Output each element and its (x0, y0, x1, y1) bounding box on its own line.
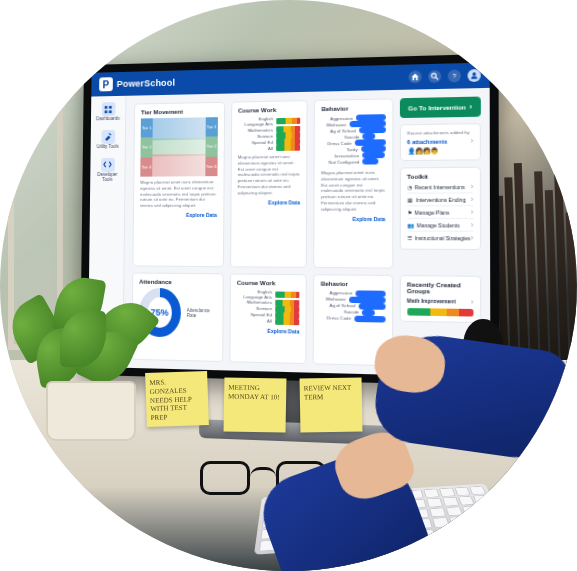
sidebar-item-label: Dashboards (96, 117, 120, 122)
card-course-work: Course Work English Language ArtsMathema… (230, 100, 308, 267)
brand-logo: P (99, 77, 113, 91)
tier-label: Tier 2 (205, 137, 217, 157)
clock-icon: ◔ (407, 184, 411, 190)
card-title: Recently Created Groups (407, 281, 474, 295)
explore-link[interactable]: Explore Data (140, 212, 217, 218)
behavior-label: Ag of School (321, 128, 356, 134)
tier-label: Tier 1 (141, 118, 153, 138)
right-column-top: Go To Intervention › Recent attachments … (399, 97, 481, 269)
coursework-row: English Language Arts (237, 288, 300, 299)
sidebar-item-dashboards[interactable]: Dashboards (93, 102, 122, 122)
chevron-right-icon: › (471, 221, 474, 228)
behavior-label: Aggression (321, 115, 353, 121)
card-behavior: Behavior AggressionMinhavoirAg of School… (313, 98, 393, 268)
coursework-label: Mathematics (237, 299, 272, 305)
avatar[interactable] (468, 69, 481, 82)
svg-text:?: ? (453, 73, 456, 80)
coursework-bar (275, 299, 300, 306)
coursework-bar (275, 306, 300, 313)
tier-left: Tier 1 Tier 2 Tier 3 (140, 118, 152, 176)
chevron-right-icon: › (471, 196, 474, 203)
behavior-bar (359, 303, 386, 310)
behavior-label: Minhavoir (321, 296, 346, 302)
svg-rect-6 (109, 110, 112, 113)
svg-rect-5 (105, 110, 108, 113)
behavior-row: Ag of School (321, 127, 385, 134)
behavior-label: Suicide (321, 134, 359, 140)
attachments-count[interactable]: 6 attachments (407, 138, 447, 145)
toolkit-item[interactable]: 👥Manage Students› (407, 218, 473, 231)
behavior-label: Suicide (321, 309, 359, 315)
behavior-bar (354, 315, 385, 322)
explore-link[interactable]: Explore Data (237, 199, 300, 205)
behavior-label: Dress Code (321, 315, 351, 321)
people-icon: 👥 (407, 222, 414, 228)
help-icon[interactable]: ? (448, 70, 461, 83)
chevron-right-icon: › (471, 208, 474, 215)
group-name[interactable]: Math Improvement (407, 297, 456, 304)
sidebar-item-label: Utility Tools (97, 145, 119, 150)
go-to-intervention-button[interactable]: Go To Intervention › (399, 97, 480, 119)
coursework-bar (276, 145, 300, 151)
tier-label: Tier 3 (205, 156, 217, 176)
behavior-label: Not Configured (321, 159, 359, 165)
behavior-label: Dress Code (321, 140, 351, 146)
home-icon[interactable] (409, 70, 422, 83)
chevron-right-icon: › (471, 183, 474, 190)
coursework-label: English Language Arts (237, 288, 272, 299)
coursework-bar (275, 312, 300, 319)
coursework-label: Special Ed (237, 312, 272, 318)
brand-name: PowerSchool (117, 78, 176, 89)
card-title: Behavior (321, 280, 386, 287)
chevron-right-icon: › (469, 103, 472, 110)
sidebar-item-developer[interactable]: Developer Tools (93, 158, 123, 183)
card-toolkit: Toolkit ◔Recent Interventions›▦Intervent… (399, 167, 481, 250)
coursework-label: Science (237, 305, 272, 311)
sidebar-item-utility[interactable]: Utility Tools (93, 130, 123, 150)
plant (6, 271, 166, 441)
attachments-note: Recent attachments added by (407, 130, 473, 136)
attendance-legend: Attendance Rate (187, 307, 217, 318)
toolkit-item[interactable]: ⚑Manage Plans› (407, 205, 473, 218)
toolkit-label: ◔Recent Interventions (407, 183, 465, 190)
chevron-right-icon: › (471, 234, 474, 241)
behavior-label: Aggression (321, 290, 353, 296)
toolkit-label: ▦Interventions Ending (407, 196, 466, 203)
grid-icon (101, 102, 115, 116)
svg-rect-4 (109, 105, 112, 108)
scene: P PowerSchool ? Dashb (0, 0, 577, 571)
coursework-label: All (238, 145, 273, 151)
search-icon[interactable] (428, 70, 441, 83)
explore-link[interactable]: Explore Data (321, 215, 385, 221)
card-course-work: Course Work English Language ArtsMathema… (229, 273, 307, 364)
attachment-avatars: 👤👩🧑👨 (407, 147, 473, 155)
behavior-row: Dress Code (321, 315, 386, 322)
explore-link[interactable]: Explore Data (237, 327, 300, 334)
behavior-row: Not Configured (321, 158, 385, 165)
coursework-label: Special Ed (238, 139, 273, 145)
toolkit-item[interactable]: ◔Recent Interventions› (407, 181, 473, 193)
card-desc: Magna placerat amet nunc elementum egest… (321, 170, 385, 213)
code-icon (101, 158, 115, 172)
toolkit-label: ☰Instructional Strategies (407, 234, 471, 241)
card-title: Toolkit (407, 173, 473, 180)
card-attachments: Recent attachments added by 6 attachment… (399, 123, 481, 161)
tier-label: Tier 3 (140, 157, 152, 177)
behavior-bar (349, 296, 385, 303)
behavior-label: Minhavoir (321, 122, 346, 128)
coursework-bar (275, 318, 300, 325)
card-desc: Magna placerat amet nunc elementum egest… (140, 179, 217, 209)
tier-sankey: Tier 1 Tier 2 Tier 3 (140, 117, 217, 177)
brand[interactable]: P PowerSchool (99, 76, 175, 92)
chevron-right-icon: › (471, 298, 474, 306)
toolkit-item[interactable]: ▦Interventions Ending› (407, 192, 473, 205)
svg-point-0 (432, 73, 437, 77)
coursework-label: Mathematics (238, 127, 273, 133)
toolkit-label: 👥Manage Students (407, 222, 460, 228)
toolkit-item[interactable]: ☰Instructional Strategies› (407, 231, 473, 244)
behavior-label: Tardy (321, 146, 357, 152)
toolkit-label: ⚑Manage Plans (407, 209, 450, 215)
tools-icon (101, 130, 115, 144)
coursework-label: Science (238, 133, 273, 139)
tier-flow (152, 117, 205, 176)
